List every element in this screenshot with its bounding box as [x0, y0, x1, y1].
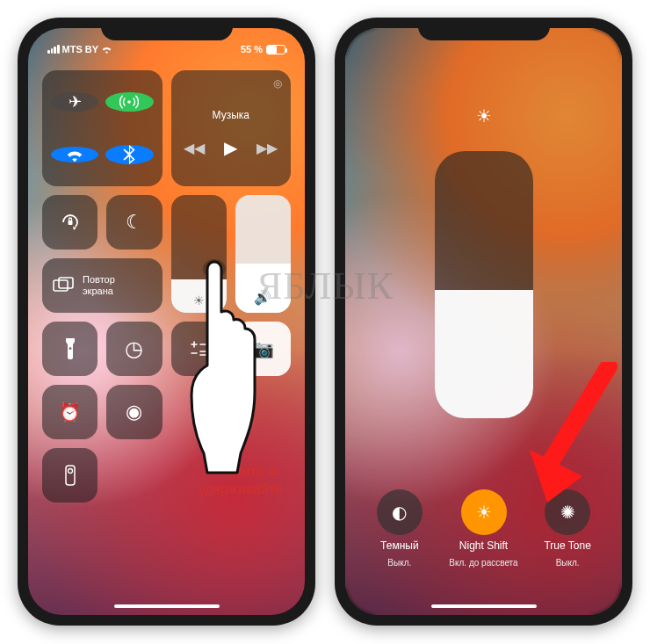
true-tone-status: Выкл.	[556, 558, 580, 568]
control-center-grid: ✈︎ ◎ Музыка ◀◀ ▶	[42, 70, 291, 592]
airplane-icon: ✈︎	[69, 92, 82, 112]
remote-icon	[65, 465, 76, 486]
true-tone-icon: ✺	[545, 489, 590, 535]
phone-right: ☀︎ ◐ Темный Выкл. ☀︎ Night Shift Вкл. до…	[335, 18, 632, 626]
music-play-button[interactable]: ▶	[224, 137, 237, 158]
volume-slider[interactable]: 🔊	[235, 195, 291, 313]
cellular-icon	[119, 92, 139, 112]
cellular-data-toggle[interactable]	[105, 92, 153, 112]
volume-icon: 🔊	[254, 289, 271, 306]
screen-control-center: MTS BY 55 % ✈︎	[28, 28, 305, 615]
orientation-lock-toggle[interactable]	[42, 195, 98, 250]
dark-mode-status: Выкл.	[387, 558, 411, 568]
svg-rect-1	[68, 221, 72, 225]
flashlight-button[interactable]	[42, 322, 98, 376]
svg-point-0	[128, 100, 132, 104]
night-shift-status: Вкл. до рассвета	[449, 558, 517, 568]
music-prev-button[interactable]: ◀◀	[184, 140, 205, 156]
brightness-fill	[435, 290, 533, 418]
brightness-fill: ☀︎	[171, 279, 227, 313]
phone-left: MTS BY 55 % ✈︎	[18, 18, 315, 626]
night-shift-icon: ☀︎	[461, 489, 507, 535]
moon-icon: ☾	[126, 211, 143, 234]
music-next-button[interactable]: ▶▶	[256, 140, 278, 156]
screen-mirror-icon	[53, 277, 74, 294]
home-indicator[interactable]	[431, 604, 537, 608]
night-shift-button[interactable]: ☀︎ Night Shift Вкл. до рассвета	[442, 489, 526, 568]
dark-mode-button[interactable]: ◐ Темный Выкл.	[358, 489, 442, 568]
timer-button[interactable]: ◷	[106, 322, 162, 376]
brightness-icon: ☀︎	[476, 105, 492, 127]
flashlight-icon	[64, 338, 76, 359]
svg-rect-2	[54, 280, 68, 291]
true-tone-button[interactable]: ✺ True Tone Выкл.	[525, 489, 610, 568]
wifi-toggle[interactable]	[51, 147, 98, 163]
alarm-icon: ⏰	[59, 402, 81, 423]
orientation-lock-icon	[60, 212, 81, 233]
music-widget[interactable]: ◎ Музыка ◀◀ ▶ ▶▶	[171, 70, 292, 186]
svg-point-5	[68, 469, 72, 474]
brightness-slider-expanded[interactable]	[435, 151, 533, 418]
status-bar: MTS BY 55 %	[28, 37, 305, 62]
remote-button[interactable]	[42, 448, 98, 503]
do-not-disturb-toggle[interactable]: ☾	[106, 195, 162, 250]
notch	[101, 18, 233, 40]
record-icon: ◉	[126, 401, 142, 423]
camera-button[interactable]: 📷	[235, 322, 291, 376]
screen-record-button[interactable]: ◉	[106, 385, 162, 439]
brightness-slider[interactable]: ☀︎	[171, 195, 227, 313]
calculator-icon	[189, 339, 208, 358]
timer-icon: ◷	[125, 336, 143, 361]
calculator-button[interactable]	[171, 322, 227, 376]
volume-fill: 🔊	[235, 264, 291, 313]
airplane-mode-toggle[interactable]: ✈︎	[51, 92, 98, 112]
screen-mirroring-button[interactable]: Повтор экрана	[42, 258, 162, 313]
bluetooth-icon	[123, 145, 135, 164]
screen-mirror-label: Повтор экрана	[83, 274, 115, 296]
notch	[418, 18, 550, 40]
airplay-icon[interactable]: ◎	[273, 77, 282, 90]
wifi-icon	[65, 147, 84, 163]
wifi-icon	[101, 45, 112, 54]
home-indicator[interactable]	[114, 604, 220, 608]
battery-percent: 55 %	[241, 44, 263, 54]
camera-icon: 📷	[252, 338, 274, 359]
brightness-icon: ☀︎	[193, 293, 205, 308]
svg-rect-3	[59, 278, 73, 288]
night-shift-label: Night Shift	[459, 540, 508, 553]
dark-mode-icon: ◐	[377, 489, 422, 535]
battery-icon	[266, 45, 285, 54]
music-label: Музыка	[213, 109, 249, 121]
screen-brightness-detail: ☀︎ ◐ Темный Выкл. ☀︎ Night Shift Вкл. до…	[345, 28, 622, 615]
alarm-button[interactable]: ⏰	[42, 385, 98, 439]
press-hold-annotation: Нажмите иудерживайте	[179, 463, 302, 498]
true-tone-label: True Tone	[544, 540, 590, 553]
dark-mode-label: Темный	[380, 540, 419, 553]
cellular-signal-icon	[47, 45, 60, 54]
connectivity-group[interactable]: ✈︎	[42, 70, 162, 186]
brightness-options-row: ◐ Темный Выкл. ☀︎ Night Shift Вкл. до ра…	[345, 489, 622, 568]
bluetooth-toggle[interactable]	[105, 145, 153, 164]
carrier-label: MTS BY	[62, 44, 99, 54]
